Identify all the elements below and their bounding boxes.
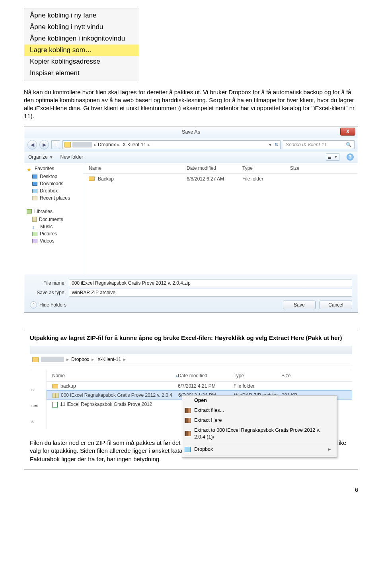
column-headers: Name▴ Date modified Type Size [47,370,352,382]
ctx-item-extract-files[interactable]: Extract files... [182,406,337,415]
nav-row: ◀ ▶ ↑ x ▸ Dropbox ▸ iX-Klient-11 ▸ ▾ ↻ S… [24,138,358,151]
ctx-item-copy-link[interactable]: Kopier koblingsadresse [24,56,139,68]
music-icon: ♪ [32,224,38,229]
col-size[interactable]: Size [281,373,313,379]
dialog-footer: File name: 000 iExcel Regnskapsbok Grati… [24,274,358,312]
blurred-segment: x [41,357,64,362]
titlebar: Save As X [24,126,358,138]
videos-icon [32,239,37,243]
breadcrumb-seg-1[interactable]: Dropbox [71,356,89,363]
filename-input[interactable]: 000 iExcel Regnskapsbok Gratis Prove 201… [69,279,352,287]
sidebar-item-dropbox[interactable]: Dropbox [27,187,80,194]
chevron-right-icon: ▸ [92,356,94,363]
sidebar-favorites[interactable]: ★Favorites [27,165,80,172]
col-name[interactable]: Name [83,165,187,171]
breadcrumb-seg-1[interactable]: Dropbox [98,142,116,148]
outer-frame-1: Save As X ◀ ▶ ↑ x ▸ Dropbox ▸ iX-Klient-… [24,126,358,313]
file-row[interactable]: backup 6/7/2012 4:21 PM File folder [47,382,352,390]
chevron-up-icon: ˄ [30,301,37,309]
archive-icon [185,418,191,423]
sidebar-libraries[interactable]: Libraries [27,208,80,215]
chevron-right-icon: ▸ [148,142,150,148]
archive-icon [185,431,191,436]
context-menu-extract: Open Extract files... Extract Here Extra… [182,395,337,458]
documents-icon [32,217,37,222]
desktop-icon [32,175,37,179]
explorer: x ▸ Dropbox ▸ iX-Klient-11 ▸ Name▴ Date … [30,346,352,429]
chevron-right-icon: ▸ [117,142,120,148]
col-date[interactable]: Date modified [187,165,242,171]
sidebar-item-documents[interactable]: Documents [27,216,80,223]
search-icon: 🔍 [346,142,352,148]
paragraph-1: Nå kan du kontrollere hvor filen skal la… [24,88,358,120]
col-name[interactable]: Name▴ [47,373,178,379]
ctx-item-dropbox[interactable]: Dropbox▸ [182,444,337,454]
dropbox-icon [32,189,37,193]
ctx-item-extract-here[interactable]: Extract Here [182,415,337,425]
new-folder-button[interactable]: New folder [60,154,83,160]
breadcrumb-seg-2[interactable]: iX-Klient-11 [96,356,121,363]
hide-folders-button[interactable]: ˄ Hide Folders [30,301,66,309]
file-area: Name Date modified Type Size Backup 6/8/… [83,163,358,274]
filename-label: File name: [30,280,66,286]
sidebar-item-downloads[interactable]: Downloads [27,180,80,187]
cancel-button[interactable]: Cancel [320,301,352,309]
col-type[interactable]: Type [234,373,281,379]
savetype-select[interactable]: WinRAR ZIP archive [69,289,352,297]
help-icon[interactable]: ? [347,153,354,161]
downloads-icon [32,182,37,186]
toolbar: Organize▼ New folder ≣▼ ? [24,151,358,163]
breadcrumb-seg-2[interactable]: iX-Klient-11 [121,142,146,148]
savetype-label: Save as type: [30,289,66,296]
refresh-icon[interactable]: ↻ [275,142,279,148]
save-button[interactable]: Save [283,301,316,309]
excel-icon [52,402,58,408]
chevron-right-icon: ▸ [123,356,126,363]
col-date[interactable]: Date modified [178,373,234,379]
blurred-segment: x [72,142,92,147]
close-button[interactable]: X [340,128,355,136]
ctx-item-extract-to[interactable]: Extract to 000 iExcel Regnskapsbok Grati… [182,425,337,442]
ctx-item-inspect[interactable]: Inspiser element [24,68,139,79]
folder-icon [64,142,71,147]
save-as-dialog: Save As X ◀ ▶ ↑ x ▸ Dropbox ▸ iX-Klient-… [24,126,358,312]
up-button[interactable]: ↑ [51,140,60,149]
breadcrumb[interactable]: x ▸ Dropbox ▸ iX-Klient-11 ▸ [30,354,352,365]
column-headers: Name Date modified Type Size [83,163,358,174]
context-menu: Åpne kobling i ny fane Åpne kobling i ny… [24,8,139,81]
folder-icon [32,357,39,362]
ctx-item-open-incognito[interactable]: Åpne koblingen i inkognitovindu [24,33,139,45]
forward-button[interactable]: ▶ [39,140,49,149]
dialog-title: Save As [182,129,200,136]
col-type[interactable]: Type [242,165,290,171]
search-placeholder: Search iX-Klient-11 [286,142,327,148]
sidebar-item-videos[interactable]: Videos [27,237,80,245]
view-options-button[interactable]: ≣▼ [326,153,339,161]
recent-icon [32,196,37,200]
dropdown-icon[interactable]: ▾ [269,142,271,148]
libraries-icon [27,209,32,213]
sidebar: ★Favorites Desktop Downloads Dropbox Rec… [24,163,83,274]
section-extract: Utpakking av lagret ZIP-fil for å kunne … [24,329,358,470]
sidebar-item-desktop[interactable]: Desktop [27,173,80,180]
file-row[interactable]: Backup 6/8/2012 6:27 AM File folder [83,174,358,184]
ctx-item-open-new-tab[interactable]: Åpne kobling i ny fane [24,10,139,21]
pictures-icon [32,232,37,236]
explorer-menubar [30,346,352,354]
back-button[interactable]: ◀ [27,140,37,149]
ctx-item-save-link-as[interactable]: Lagre kobling som… [24,45,139,56]
ctx-item-open-new-window[interactable]: Åpne kobling i nytt vindu [24,21,139,33]
sidebar-stub: s ces s [30,382,47,429]
sidebar-item-recent[interactable]: Recent places [27,194,80,202]
star-icon: ★ [27,166,32,171]
chevron-right-icon: ▸ [328,446,331,453]
breadcrumb[interactable]: x ▸ Dropbox ▸ iX-Klient-11 ▸ ▾ ↻ [62,140,281,149]
chevron-right-icon: ▸ [66,356,69,363]
search-input[interactable]: Search iX-Klient-11 🔍 [283,140,355,149]
sidebar-item-pictures[interactable]: Pictures [27,230,80,237]
organize-button[interactable]: Organize▼ [28,154,53,160]
zip-icon [53,393,58,398]
col-size[interactable]: Size [290,165,322,171]
ctx-item-open[interactable]: Open [182,396,337,406]
sidebar-item-music[interactable]: ♪Music [27,223,80,230]
